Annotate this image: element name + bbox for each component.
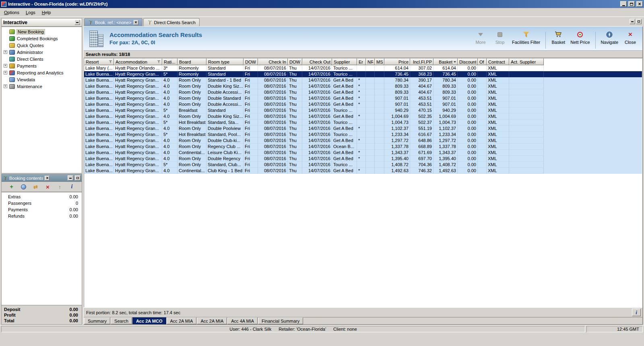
booking-contents-close-button[interactable]: × <box>45 176 50 181</box>
column-header-of[interactable]: Of <box>478 58 487 65</box>
table-row[interactable]: Lake Buena...Hyatt Regency Gran...4.0Roo… <box>84 144 642 150</box>
sidebar-item-completed-bookings[interactable]: +Completed Bookings <box>2 35 82 42</box>
info-button[interactable]: i <box>632 309 641 316</box>
minimize-button[interactable] <box>620 1 627 7</box>
cell-rati: 4.0 <box>162 83 178 89</box>
cell-dow: Thu <box>288 77 302 83</box>
cell-basket: 1,102.37 <box>433 126 458 132</box>
sidebar-item-viewdata[interactable]: +Viewdata <box>2 76 82 83</box>
column-header-incl-fl-pp[interactable]: Incl.Fl.PP <box>410 58 433 65</box>
table-row[interactable]: Lake Buena...Hyatt Regency Gran...5*Room… <box>84 71 642 77</box>
cell-nr <box>366 107 375 113</box>
add-item-button[interactable]: + <box>8 183 15 190</box>
table-row[interactable]: Lake Mary (...Hyatt Place Orlando ...3*R… <box>84 65 642 71</box>
column-header-rati[interactable]: Rati... <box>162 58 178 65</box>
table-row[interactable]: Lake Buena...Hyatt Regency Gran...4.0Roo… <box>84 156 642 162</box>
column-header-accommodation[interactable]: Accommodation <box>114 58 162 65</box>
table-row[interactable]: Lake Buena...Hyatt Regency Gran...4.0Roo… <box>84 89 642 95</box>
table-row[interactable]: Lake Buena...Hyatt Regency Gran...5*Brea… <box>84 107 642 113</box>
booking-item-payments[interactable]: Payments0.00 <box>2 206 82 213</box>
column-header-resort[interactable]: Resort <box>84 58 114 65</box>
column-header-supplier[interactable]: Supplier <box>332 58 357 65</box>
cell-accommodation: Hyatt Regency Gran... <box>114 113 162 119</box>
sidebar-item-payments[interactable]: +Payments <box>2 62 82 69</box>
filter-funnel-icon[interactable] <box>157 60 161 64</box>
menu-options[interactable]: Options <box>1 9 23 16</box>
column-header-er[interactable]: Er <box>357 58 366 65</box>
tab-close-button[interactable]: × <box>134 20 138 25</box>
column-header-check-in[interactable]: Check In <box>258 58 288 65</box>
sidebar-item-administrator[interactable]: +Administrator <box>2 49 82 56</box>
sidebar-item-new-booking[interactable]: +New Booking <box>2 28 82 35</box>
menu-logs[interactable]: Logs <box>23 9 39 16</box>
booking-item-refunds[interactable]: Refunds0.00 <box>2 213 82 219</box>
navigate-button[interactable]: Navigate <box>600 31 619 45</box>
bottom-tab-financial-summary[interactable]: Financial Summary <box>258 317 303 324</box>
nett-price-button[interactable]: Nett Price <box>570 31 590 45</box>
facilities-filter-button[interactable]: Facilities Filter <box>511 31 541 45</box>
booking-minimize-button[interactable] <box>68 175 73 181</box>
cell-accommodation: Hyatt Regency Gran... <box>114 89 162 95</box>
table-row[interactable]: Lake Buena...Hyatt Regency Gran...4.0Con… <box>84 168 642 174</box>
world-button[interactable] <box>20 183 27 190</box>
sidebar-collapse-button[interactable] <box>74 20 80 25</box>
bottom-tab-acc-2a-mia[interactable]: Acc 2A MIA <box>197 317 227 324</box>
bottom-tab-acc-2a-mia[interactable]: Acc 2A MIA <box>167 317 197 324</box>
column-header-board[interactable]: Board <box>178 58 206 65</box>
info-button[interactable]: i <box>68 183 76 190</box>
column-header-discount[interactable]: Discount <box>458 58 478 65</box>
maximize-button[interactable] <box>628 1 635 7</box>
close-results-button[interactable]: × Close <box>622 31 638 45</box>
column-header-contract[interactable]: Contract <box>487 58 509 65</box>
tab-direct-clients-search[interactable]: Direct Clients Search <box>143 18 200 26</box>
expander-icon[interactable]: + <box>4 71 7 74</box>
column-header-ms[interactable]: MS <box>375 58 384 65</box>
cell-of <box>478 107 487 113</box>
close-window-button[interactable]: × <box>636 1 643 7</box>
sidebar-item-reporting-and-analytics[interactable]: +Reporting and Analytics <box>2 69 82 76</box>
table-row[interactable]: Lake Buena...Hyatt Regency Gran...5*Hot … <box>84 132 642 138</box>
delete-button[interactable]: × <box>44 183 52 190</box>
table-row[interactable]: Lake Buena...Hyatt Regency Gran...4.0Roo… <box>84 77 642 83</box>
column-header-price[interactable]: Price <box>384 58 410 65</box>
expander-icon[interactable]: + <box>4 84 7 88</box>
column-header-dow[interactable]: DOW <box>288 58 302 65</box>
column-header-act-supplier[interactable]: Act. Supplier <box>509 58 544 65</box>
sidebar-item-maintenance[interactable]: +Maintenance <box>2 83 82 90</box>
mdi-restore-button[interactable] <box>636 19 642 24</box>
mdi-minimize-button[interactable] <box>630 19 635 24</box>
table-row[interactable]: Lake Buena...Hyatt Regency Gran...5*Hot … <box>84 119 642 126</box>
table-row[interactable]: Lake Buena...Hyatt Regency Gran...4.0Roo… <box>84 101 642 107</box>
table-row[interactable]: Lake Buena...Hyatt Regency Gran...4.0Con… <box>84 150 642 156</box>
menu-help[interactable]: Help <box>39 9 54 16</box>
transfer-button[interactable]: ⇄ <box>32 183 39 190</box>
column-header-basket[interactable]: Basket <box>433 58 458 65</box>
table-row[interactable]: Lake Buena...Hyatt Regency Gran...4.0Roo… <box>84 113 642 119</box>
booking-item-extras[interactable]: Extras0.00 <box>2 194 82 200</box>
bottom-tab-acc-4a-mia[interactable]: Acc 4A MIA <box>227 317 258 324</box>
filter-funnel-icon[interactable] <box>109 60 112 64</box>
table-row[interactable]: Lake Buena...Hyatt Regency Gran...4.0Roo… <box>84 138 642 144</box>
bottom-tab-summary[interactable]: Summary <box>84 317 110 324</box>
tab-booking-ref[interactable]: Book. ref.: <none> × <box>84 18 142 26</box>
booking-item-passengers[interactable]: Passengers0 <box>2 200 82 206</box>
expander-icon[interactable]: + <box>4 50 7 54</box>
cell-incl-fl-pp: 453.51 <box>410 101 433 107</box>
basket-button[interactable]: Basket <box>550 31 566 45</box>
column-header-nr[interactable]: NR <box>366 58 375 65</box>
export-button[interactable]: ↑ <box>56 183 64 190</box>
table-row[interactable]: Lake Buena...Hyatt Regency Gran...5*Room… <box>84 162 642 168</box>
sidebar-item-quick-quotes[interactable]: +Quick Quotes <box>2 42 82 49</box>
table-row[interactable]: Lake Buena...Hyatt Regency Gran...4.0Roo… <box>84 126 642 132</box>
bottom-tab-acc-2a-mco[interactable]: Acc 2A MCO <box>132 317 166 324</box>
table-row[interactable]: Lake Buena...Hyatt Regency Gran...4.0Roo… <box>84 83 642 89</box>
table-row[interactable]: Lake Buena...Hyatt Regency Gran...4.0Roo… <box>84 95 642 101</box>
column-header-dow[interactable]: DOW <box>244 58 258 65</box>
sidebar-item-direct-clients[interactable]: +Direct Clients <box>2 56 82 62</box>
column-header-room-type[interactable]: Room type <box>206 58 244 65</box>
column-header-check-out[interactable]: Check Out <box>302 58 332 65</box>
cell-contract: XML <box>487 107 509 113</box>
expander-icon[interactable]: + <box>4 64 7 68</box>
booking-restore-button[interactable] <box>75 175 80 181</box>
bottom-tab-search[interactable]: Search <box>111 317 132 324</box>
